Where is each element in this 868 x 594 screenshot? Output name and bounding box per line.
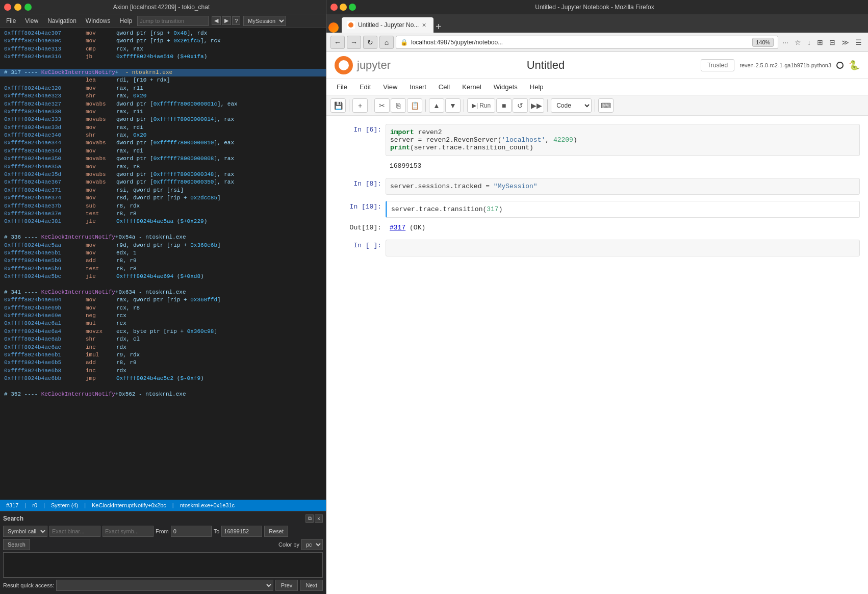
status-location[interactable]: KeClockInterruptNotify+0x2bc xyxy=(90,502,168,508)
menu-kernel[interactable]: Kernel xyxy=(456,81,488,93)
browser-minimize-button[interactable] xyxy=(340,4,347,11)
menu-insert[interactable]: Insert xyxy=(403,81,432,93)
addr: 0xffff8024b4ae30c xyxy=(4,37,86,45)
paste-button[interactable]: 📋 xyxy=(407,98,422,113)
menu-windows[interactable]: Windows xyxy=(82,16,115,25)
overflow-button[interactable]: ≫ xyxy=(839,37,851,47)
restart-button[interactable]: ↺ xyxy=(513,98,528,113)
search-close-button[interactable]: × xyxy=(315,514,323,523)
cell-input-10[interactable]: server.trace.transition(317) xyxy=(387,201,859,217)
menu-help[interactable]: Help xyxy=(116,16,137,25)
menu-view[interactable]: View xyxy=(377,81,403,93)
toolbar-sep xyxy=(595,99,595,112)
trusted-button[interactable]: Trusted xyxy=(701,59,734,71)
forward-button[interactable]: → xyxy=(347,36,361,49)
menu-button[interactable]: ☰ xyxy=(853,37,864,47)
menu-file[interactable]: File xyxy=(330,81,353,93)
menu-cell[interactable]: Cell xyxy=(432,81,456,93)
cell-input-8[interactable]: server.sessions.tracked = "MySession" xyxy=(386,178,859,194)
status-register[interactable]: r0 xyxy=(30,502,39,508)
instr: test xyxy=(86,210,116,218)
back-button[interactable]: ← xyxy=(330,36,345,49)
cell-out-10: Out[10]: #317 (OK) xyxy=(335,222,860,234)
cell-input-6[interactable]: import reven2 server = reven2.RevenServe… xyxy=(386,124,859,156)
addr: 0xffff8024b4ae34d xyxy=(4,147,86,155)
addr: 0xffff8024b4ae381 xyxy=(4,218,86,225)
minimize-button[interactable] xyxy=(14,4,21,11)
library-button[interactable]: ⊞ xyxy=(815,37,825,47)
cell-content-10[interactable]: server.trace.transition(317) xyxy=(386,201,860,218)
status-sep: | xyxy=(172,502,174,508)
downloads-button[interactable]: ↓ xyxy=(805,37,813,47)
prev-button[interactable]: Prev xyxy=(275,580,298,591)
exact-binary-input[interactable] xyxy=(49,526,100,537)
sidebar-toggle-button[interactable]: ⊟ xyxy=(827,37,837,47)
interrupt-button[interactable]: ■ xyxy=(496,98,512,113)
session-select[interactable]: MySession xyxy=(243,16,286,26)
cell-content-empty[interactable] xyxy=(386,240,860,256)
search-detach-button[interactable]: ⧉ xyxy=(305,514,314,523)
move-up-button[interactable]: ▲ xyxy=(429,98,444,113)
notebook-title[interactable]: Untitled xyxy=(391,59,701,72)
fn-name: KeClockInterruptNotify xyxy=(41,391,115,398)
url-bar-container[interactable]: 🔒 localhost:49875/jupyter/noteboo... 140… xyxy=(396,36,778,49)
addr: 0xffff8024b4ae69e xyxy=(4,312,86,320)
status-transition[interactable]: #317 xyxy=(4,502,20,508)
instr: jle xyxy=(86,273,116,280)
cell-content-8[interactable]: server.sessions.tracked = "MySession" xyxy=(386,178,860,195)
nav-forward-button[interactable]: ▶ xyxy=(222,16,231,25)
search-type-select[interactable]: Symbol call xyxy=(3,526,47,537)
tab-close-button[interactable]: × xyxy=(422,21,426,29)
output-link[interactable]: #317 xyxy=(390,224,405,231)
cut-button[interactable]: ✂ xyxy=(374,98,390,113)
home-button[interactable]: ⌂ xyxy=(379,36,394,49)
exact-symbol-input[interactable] xyxy=(103,526,154,537)
browser-close-button[interactable] xyxy=(330,4,338,11)
save-button[interactable]: 💾 xyxy=(330,98,346,113)
maximize-button[interactable] xyxy=(24,4,32,11)
nav-help-button[interactable]: ? xyxy=(232,16,240,25)
browser-maximize-button[interactable] xyxy=(349,4,356,11)
status-module[interactable]: ntoskrnl.exe+0x1e31c xyxy=(178,502,237,508)
cell-content-6[interactable]: import reven2 server = reven2.RevenServe… xyxy=(386,124,860,156)
menu-help[interactable]: Help xyxy=(524,81,550,93)
quick-access-select[interactable] xyxy=(56,580,273,591)
next-button[interactable]: Next xyxy=(300,580,323,591)
restart-run-button[interactable]: ▶▶ xyxy=(529,98,544,113)
cell-in-10: In [10]: server.trace.transition(317) xyxy=(335,201,860,218)
move-down-button[interactable]: ▼ xyxy=(445,98,461,113)
menu-navigation[interactable]: Navigation xyxy=(43,16,81,25)
status-process[interactable]: System (4) xyxy=(49,502,80,508)
run-button[interactable]: ▶| Run xyxy=(467,98,495,113)
search-results-area[interactable] xyxy=(3,552,323,578)
lock-icon: 🔒 xyxy=(400,39,408,46)
cell-prompt-out6 xyxy=(335,160,386,172)
cell-input-empty[interactable] xyxy=(386,240,859,256)
search-button[interactable]: Search xyxy=(3,539,30,550)
menu-edit[interactable]: Edit xyxy=(353,81,377,93)
keyboard-shortcuts-button[interactable]: ⌨ xyxy=(598,98,614,113)
close-button[interactable] xyxy=(4,4,11,11)
from-input[interactable] xyxy=(171,526,212,537)
to-input[interactable] xyxy=(221,526,262,537)
nav-back-button[interactable]: ◀ xyxy=(212,16,221,25)
color-by-select[interactable]: pc xyxy=(301,539,323,550)
fn-offset: +0x562 - ntoskrnl.exe xyxy=(115,391,186,398)
add-cell-button[interactable]: + xyxy=(352,98,368,113)
new-tab-button[interactable]: + xyxy=(436,21,442,33)
jump-to-transition-input[interactable] xyxy=(137,16,209,26)
browser-tab-active[interactable]: Untitled - Jupyter No... × xyxy=(342,17,433,33)
code-line: 0xffff8024b4ae374 mov r8d, dword ptr [ri… xyxy=(0,194,326,202)
more-button[interactable]: ··· xyxy=(780,37,790,47)
menu-view[interactable]: View xyxy=(21,16,42,25)
instr: lea xyxy=(86,76,116,84)
reset-button[interactable]: Reset xyxy=(264,526,288,537)
copy-button[interactable]: ⎘ xyxy=(391,98,406,113)
menu-file[interactable]: File xyxy=(2,16,20,25)
bookmark-button[interactable]: ☆ xyxy=(793,37,803,47)
code-line: 0xffff8024b4ae5b6 add r8, r9 xyxy=(0,257,326,265)
menu-widgets[interactable]: Widgets xyxy=(488,81,524,93)
cell-type-select[interactable]: Code xyxy=(551,98,592,113)
reload-button[interactable]: ↻ xyxy=(363,36,377,49)
addr: 0xffff8024b4ae6bb xyxy=(4,375,86,382)
